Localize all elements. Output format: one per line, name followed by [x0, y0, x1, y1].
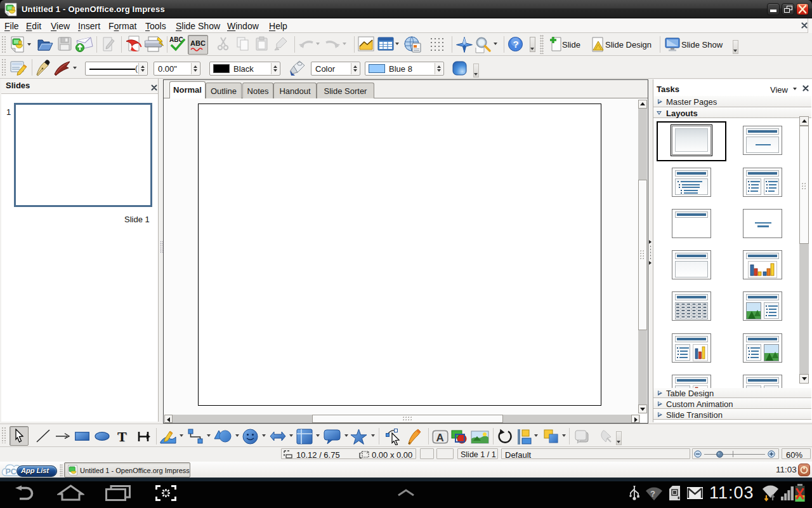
svg-text:A: A	[436, 432, 444, 444]
svg-text:ABC: ABC	[190, 39, 206, 47]
svg-text:PC: PC	[6, 467, 16, 476]
svg-text:?: ?	[513, 39, 519, 50]
svg-text:?: ?	[650, 489, 655, 498]
